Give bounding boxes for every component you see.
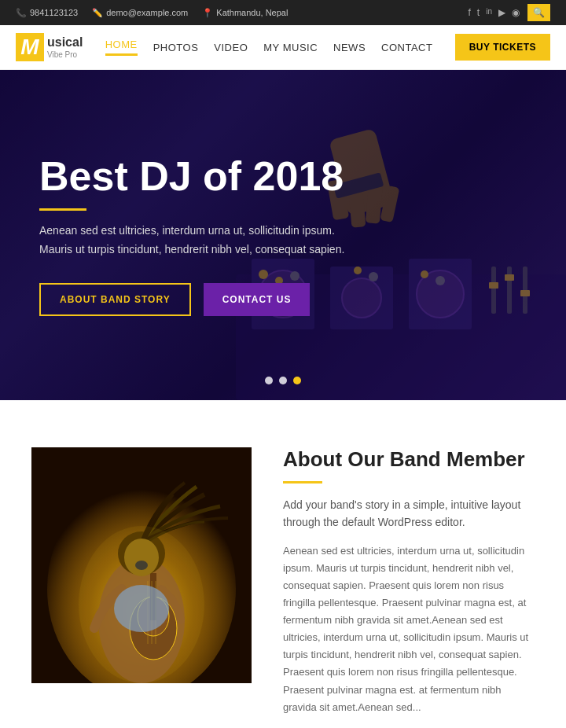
about-tagline: Add your band's story in a simple, intui… xyxy=(283,496,535,531)
about-image-wrapper xyxy=(31,447,252,683)
slider-dot-1[interactable] xyxy=(265,377,273,384)
main-nav: HOME PHOTOS VIDEO MY MUSIC NEWS CONTACT xyxy=(105,39,433,56)
nav-home[interactable]: HOME xyxy=(105,39,138,56)
nav-news[interactable]: NEWS xyxy=(333,42,366,53)
logo: M usical Vibe Pro xyxy=(16,33,83,61)
guitarist-svg xyxy=(31,447,252,683)
contact-us-button[interactable]: CONTACT US xyxy=(204,283,311,316)
instagram-icon[interactable]: ◉ xyxy=(512,7,520,18)
header: M usical Vibe Pro HOME PHOTOS VIDEO MY M… xyxy=(0,25,566,70)
hero-divider xyxy=(39,208,86,211)
buy-tickets-button[interactable]: BUY TICKETS xyxy=(455,34,550,61)
about-section: About Our Band Member Add your band's st… xyxy=(0,400,566,728)
facebook-icon[interactable]: f xyxy=(469,7,471,18)
top-bar-right: f t in ▶ ◉ 🔍 xyxy=(469,4,550,21)
slider-dots xyxy=(265,377,301,384)
top-bar: 📞 9841123123 ✏️ demo@example.com 📍 Kathm… xyxy=(0,0,566,25)
email-info: ✏️ demo@example.com xyxy=(92,8,188,18)
social-icons: f t in ▶ ◉ xyxy=(469,7,520,18)
about-divider xyxy=(283,481,322,483)
hero-content: Best DJ of 2018 Aenean sed est ultricies… xyxy=(39,154,527,316)
location-info: 📍 Kathmandu, Nepal xyxy=(202,8,288,18)
search-button[interactable]: 🔍 xyxy=(527,4,550,21)
logo-m: M xyxy=(16,33,44,61)
about-body: Aenean sed est ultricies, interdum urna … xyxy=(283,542,535,716)
slider-dot-2[interactable] xyxy=(279,377,287,384)
twitter-icon[interactable]: t xyxy=(477,7,480,18)
about-text: About Our Band Member Add your band's st… xyxy=(283,447,535,728)
nav-mymusic[interactable]: MY MUSIC xyxy=(263,42,318,53)
logo-sub: Vibe Pro xyxy=(47,50,83,60)
nav-video[interactable]: VIDEO xyxy=(214,42,248,53)
linkedin-icon[interactable]: in xyxy=(486,7,492,18)
hero-description: Aenean sed est ultricies, interdum urna … xyxy=(39,222,432,259)
youtube-icon[interactable]: ▶ xyxy=(498,7,505,18)
about-title: About Our Band Member xyxy=(283,447,535,472)
guitarist-image xyxy=(31,447,252,683)
logo-text: usical Vibe Pro xyxy=(47,35,83,59)
hero-buttons: ABOUT BAND STORY CONTACT US xyxy=(39,283,527,316)
nav-contact[interactable]: CONTACT xyxy=(381,42,432,53)
phone-number: 9841123123 xyxy=(30,8,78,17)
location-text: Kathmandu, Nepal xyxy=(216,8,288,17)
phone-icon: 📞 xyxy=(16,8,27,18)
email-icon: ✏️ xyxy=(92,8,103,18)
hero-title: Best DJ of 2018 xyxy=(39,154,527,199)
about-band-story-button[interactable]: ABOUT BAND STORY xyxy=(39,283,191,316)
email-address: demo@example.com xyxy=(106,8,188,17)
svg-point-39 xyxy=(79,526,204,683)
hero-desc-line2: Mauris ut turpis tincidunt, hendrerit ni… xyxy=(39,243,344,256)
slider-dot-3[interactable] xyxy=(293,377,301,384)
logo-main: usical xyxy=(47,35,83,50)
nav-photos[interactable]: PHOTOS xyxy=(153,42,199,53)
hero-section: Best DJ of 2018 Aenean sed est ultricies… xyxy=(0,70,566,400)
top-bar-contact-info: 📞 9841123123 ✏️ demo@example.com 📍 Kathm… xyxy=(16,8,288,18)
location-icon: 📍 xyxy=(202,8,213,18)
hero-desc-line1: Aenean sed est ultricies, interdum urna … xyxy=(39,224,335,237)
phone-info: 📞 9841123123 xyxy=(16,8,78,18)
